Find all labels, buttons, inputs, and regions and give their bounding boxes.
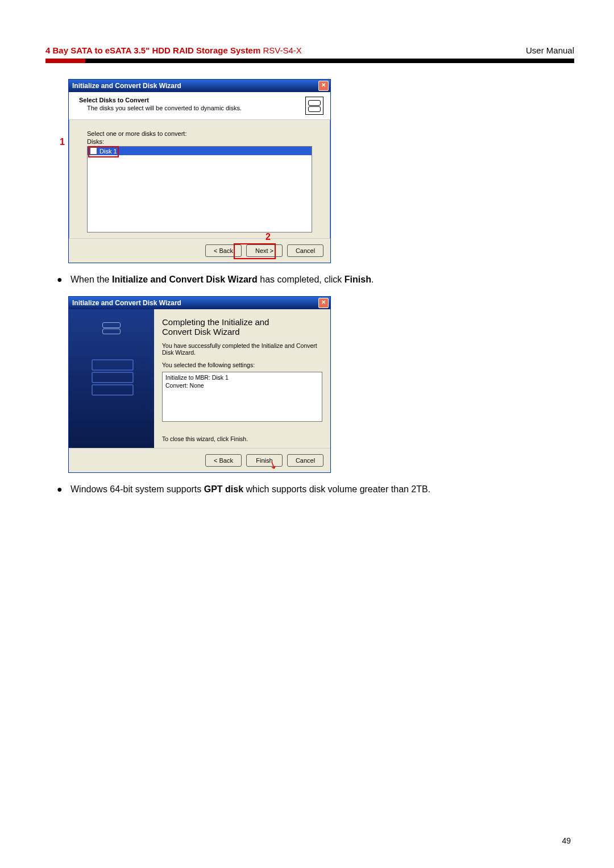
b1-bold2: Finish [345, 275, 371, 284]
wizard2-right-pane: Completing the Initialize and Convert Di… [154, 309, 330, 448]
header-rule-accent [45, 59, 85, 63]
disk-stack-icon [100, 319, 123, 342]
wizard-header-title: Select Disks to Convert [79, 97, 242, 103]
completion-title-line2: Convert Disk Wizard [162, 327, 322, 337]
annotation-box-1 [88, 146, 119, 157]
bullet-text-2: Windows 64-bit system supports GPT disk … [70, 483, 574, 496]
header-title: 4 Bay SATA to eSATA 3.5" HDD RAID Storag… [45, 45, 302, 55]
wizard-titlebar[interactable]: Initialize and Convert Disk Wizard ✕ [69, 80, 330, 92]
bullet-text-1: When the Initialize and Convert Disk Wiz… [70, 273, 574, 286]
bullet-dot: ● [57, 273, 70, 286]
completion-para2: You selected the following settings: [162, 362, 322, 368]
b1-bold1: Initialize and Convert Disk Wizard [112, 275, 258, 284]
wizard-header: Select Disks to Convert The disks you se… [69, 92, 330, 120]
wizard-button-row: < Back Next > Cancel 2 [69, 238, 330, 263]
settings-line-2: Convert: None [165, 382, 319, 390]
wizard-header-text: Select Disks to Convert The disks you se… [79, 97, 242, 111]
wizard2-side-graphic [69, 309, 154, 448]
header-rule [45, 59, 574, 63]
bullet-dot: ● [57, 483, 70, 496]
wizard2-button-row: < Back Finish Cancel ↘ [69, 448, 330, 472]
header-right-label: User Manual [526, 45, 574, 55]
disk-list-item[interactable]: Disk 1 [88, 147, 312, 155]
manual-page: 4 Bay SATA to eSATA 3.5" HDD RAID Storag… [0, 0, 614, 868]
instruction-bullet-2: ● Windows 64-bit system supports GPT dis… [57, 483, 574, 496]
page-content: Initialize and Convert Disk Wizard ✕ Sel… [45, 63, 574, 496]
wizard2-titlebar[interactable]: Initialize and Convert Disk Wizard ✕ [69, 297, 330, 309]
header-rule-main [85, 59, 574, 63]
b1-post: . [371, 275, 374, 284]
disks-caption: Disks: [87, 138, 312, 145]
b1-pre: When the [70, 275, 112, 284]
completion-title-line1: Completing the Initialize and [162, 317, 322, 327]
b2-post: which supports disk volume greater than … [243, 484, 430, 494]
wizard-dialog-completing: Initialize and Convert Disk Wizard ✕ Com… [68, 296, 331, 473]
page-header: 4 Bay SATA to eSATA 3.5" HDD RAID Storag… [45, 45, 574, 55]
b2-bold1: GPT disk [204, 484, 243, 494]
b2-pre: Windows 64-bit system supports [70, 484, 204, 494]
wizard2-split: Completing the Initialize and Convert Di… [69, 309, 330, 448]
instruction-bullet-1: ● When the Initialize and Convert Disk W… [57, 273, 574, 286]
cancel-button[interactable]: Cancel [287, 454, 323, 467]
header-title-bold: 4 Bay SATA to eSATA 3.5" HDD RAID Storag… [45, 45, 263, 55]
wizard-title: Initialize and Convert Disk Wizard [72, 82, 181, 90]
annotation-number-2: 2 [265, 232, 271, 242]
disk-listbox[interactable]: Disk 1 [87, 146, 312, 232]
page-number: 49 [562, 836, 571, 845]
wizard-body: Select one or more disks to convert: Dis… [69, 120, 330, 238]
select-disks-label: Select one or more disks to convert: [87, 130, 312, 137]
settings-summary-box: Initialize to MBR: Disk 1 Convert: None [162, 372, 322, 422]
b1-mid: has completed, click [258, 275, 345, 284]
annotation-box-2 [234, 243, 276, 259]
header-title-model: RSV-S4-X [263, 45, 301, 55]
completion-para1: You have successfully completed the Init… [162, 342, 322, 356]
back-button[interactable]: < Back [205, 454, 242, 467]
cancel-button[interactable]: Cancel [287, 244, 323, 257]
close-icon[interactable]: ✕ [318, 81, 329, 91]
wizard-dialog-select-disks: Initialize and Convert Disk Wizard ✕ Sel… [68, 79, 331, 263]
wizard-header-subtitle: The disks you select will be converted t… [87, 105, 242, 111]
annotation-number-1: 1 [60, 137, 65, 147]
settings-line-1: Initialize to MBR: Disk 1 [165, 374, 319, 382]
disk-stack-icon [305, 97, 323, 115]
completion-para3: To close this wizard, click Finish. [162, 435, 322, 442]
large-disk-icon [86, 359, 137, 393]
close-icon[interactable]: ✕ [318, 298, 329, 308]
wizard2-title: Initialize and Convert Disk Wizard [72, 299, 181, 307]
